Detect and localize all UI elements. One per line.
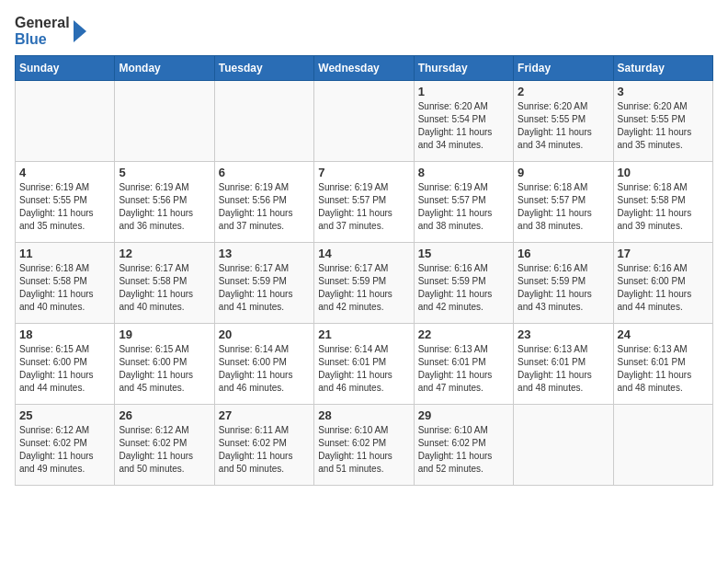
day-number: 2 — [518, 85, 609, 98]
header-sunday: Sunday — [16, 56, 115, 81]
logo-line2: Blue — [15, 31, 70, 48]
week-row-3: 11Sunrise: 6:18 AM Sunset: 5:58 PM Dayli… — [16, 243, 713, 324]
day-number: 24 — [618, 327, 709, 341]
day-info: Sunrise: 6:15 AM Sunset: 6:00 PM Dayligh… — [19, 343, 110, 395]
header-tuesday: Tuesday — [214, 56, 313, 81]
day-info: Sunrise: 6:13 AM Sunset: 6:01 PM Dayligh… — [518, 343, 609, 395]
day-number: 17 — [618, 247, 709, 260]
day-number: 16 — [518, 247, 609, 260]
logo-line1: General — [15, 15, 70, 31]
logo: GeneralBlue — [15, 15, 88, 48]
day-info: Sunrise: 6:17 AM Sunset: 5:58 PM Dayligh… — [119, 262, 210, 314]
day-info: Sunrise: 6:18 AM Sunset: 5:57 PM Dayligh… — [518, 181, 609, 233]
day-info: Sunrise: 6:16 AM Sunset: 5:59 PM Dayligh… — [418, 262, 509, 314]
header-row: SundayMondayTuesdayWednesdayThursdayFrid… — [16, 56, 713, 81]
calendar-cell: 1Sunrise: 6:20 AM Sunset: 5:54 PM Daylig… — [414, 81, 513, 162]
calendar-cell — [514, 405, 613, 486]
day-number: 20 — [219, 327, 310, 341]
calendar-cell: 14Sunrise: 6:17 AM Sunset: 5:59 PM Dayli… — [314, 243, 414, 324]
day-number: 4 — [19, 166, 110, 179]
day-number: 15 — [418, 247, 509, 260]
day-number: 9 — [518, 166, 609, 179]
header-saturday: Saturday — [613, 56, 712, 81]
day-info: Sunrise: 6:12 AM Sunset: 6:02 PM Dayligh… — [19, 424, 110, 476]
day-info: Sunrise: 6:13 AM Sunset: 6:01 PM Dayligh… — [418, 343, 509, 395]
calendar-cell: 16Sunrise: 6:16 AM Sunset: 5:59 PM Dayli… — [514, 243, 613, 324]
day-number: 13 — [219, 247, 310, 260]
day-info: Sunrise: 6:16 AM Sunset: 6:00 PM Dayligh… — [618, 262, 709, 314]
calendar-cell: 25Sunrise: 6:12 AM Sunset: 6:02 PM Dayli… — [16, 405, 115, 486]
calendar-cell: 10Sunrise: 6:18 AM Sunset: 5:58 PM Dayli… — [613, 162, 712, 243]
day-number: 14 — [318, 247, 409, 260]
day-number: 28 — [318, 408, 409, 422]
calendar-cell: 13Sunrise: 6:17 AM Sunset: 5:59 PM Dayli… — [214, 243, 313, 324]
day-info: Sunrise: 6:16 AM Sunset: 5:59 PM Dayligh… — [518, 262, 609, 314]
calendar-cell — [115, 81, 214, 162]
day-info: Sunrise: 6:14 AM Sunset: 6:01 PM Dayligh… — [318, 343, 409, 395]
calendar-cell: 12Sunrise: 6:17 AM Sunset: 5:58 PM Dayli… — [115, 243, 214, 324]
day-number: 11 — [19, 247, 110, 260]
day-number: 21 — [318, 327, 409, 341]
calendar-cell: 2Sunrise: 6:20 AM Sunset: 5:55 PM Daylig… — [514, 81, 613, 162]
calendar-cell: 24Sunrise: 6:13 AM Sunset: 6:01 PM Dayli… — [613, 324, 712, 405]
day-info: Sunrise: 6:13 AM Sunset: 6:01 PM Dayligh… — [618, 343, 709, 395]
calendar-cell: 4Sunrise: 6:19 AM Sunset: 5:55 PM Daylig… — [16, 162, 115, 243]
calendar-cell: 11Sunrise: 6:18 AM Sunset: 5:58 PM Dayli… — [16, 243, 115, 324]
header: GeneralBlue — [15, 15, 713, 48]
calendar-cell: 22Sunrise: 6:13 AM Sunset: 6:01 PM Dayli… — [414, 324, 513, 405]
calendar-cell: 15Sunrise: 6:16 AM Sunset: 5:59 PM Dayli… — [414, 243, 513, 324]
calendar-header: SundayMondayTuesdayWednesdayThursdayFrid… — [16, 56, 713, 81]
day-number: 22 — [418, 327, 509, 341]
calendar-cell: 9Sunrise: 6:18 AM Sunset: 5:57 PM Daylig… — [514, 162, 613, 243]
calendar-cell: 6Sunrise: 6:19 AM Sunset: 5:56 PM Daylig… — [214, 162, 313, 243]
logo-arrow-icon — [74, 17, 88, 46]
day-info: Sunrise: 6:10 AM Sunset: 6:02 PM Dayligh… — [418, 424, 509, 476]
calendar-cell: 20Sunrise: 6:14 AM Sunset: 6:00 PM Dayli… — [214, 324, 313, 405]
header-wednesday: Wednesday — [314, 56, 414, 81]
day-info: Sunrise: 6:17 AM Sunset: 5:59 PM Dayligh… — [219, 262, 310, 314]
day-number: 7 — [318, 166, 409, 179]
calendar-body: 1Sunrise: 6:20 AM Sunset: 5:54 PM Daylig… — [16, 81, 713, 486]
header-monday: Monday — [115, 56, 214, 81]
day-info: Sunrise: 6:20 AM Sunset: 5:54 PM Dayligh… — [418, 100, 509, 152]
week-row-5: 25Sunrise: 6:12 AM Sunset: 6:02 PM Dayli… — [16, 405, 713, 486]
day-number: 6 — [219, 166, 310, 179]
calendar-cell: 21Sunrise: 6:14 AM Sunset: 6:01 PM Dayli… — [314, 324, 414, 405]
calendar-cell: 18Sunrise: 6:15 AM Sunset: 6:00 PM Dayli… — [16, 324, 115, 405]
day-number: 23 — [518, 327, 609, 341]
day-info: Sunrise: 6:18 AM Sunset: 5:58 PM Dayligh… — [19, 262, 110, 314]
calendar-cell: 27Sunrise: 6:11 AM Sunset: 6:02 PM Dayli… — [214, 405, 313, 486]
svg-marker-0 — [74, 20, 86, 42]
day-info: Sunrise: 6:19 AM Sunset: 5:56 PM Dayligh… — [119, 181, 210, 233]
day-info: Sunrise: 6:19 AM Sunset: 5:57 PM Dayligh… — [418, 181, 509, 233]
calendar-cell — [314, 81, 414, 162]
day-info: Sunrise: 6:20 AM Sunset: 5:55 PM Dayligh… — [518, 100, 609, 152]
day-number: 8 — [418, 166, 509, 179]
calendar-cell — [613, 405, 712, 486]
day-info: Sunrise: 6:12 AM Sunset: 6:02 PM Dayligh… — [119, 424, 210, 476]
day-number: 29 — [418, 408, 509, 422]
calendar-cell: 23Sunrise: 6:13 AM Sunset: 6:01 PM Dayli… — [514, 324, 613, 405]
calendar-cell: 8Sunrise: 6:19 AM Sunset: 5:57 PM Daylig… — [414, 162, 513, 243]
day-number: 10 — [618, 166, 709, 179]
calendar-cell: 3Sunrise: 6:20 AM Sunset: 5:55 PM Daylig… — [613, 81, 712, 162]
calendar-cell: 17Sunrise: 6:16 AM Sunset: 6:00 PM Dayli… — [613, 243, 712, 324]
day-info: Sunrise: 6:20 AM Sunset: 5:55 PM Dayligh… — [618, 100, 709, 152]
day-info: Sunrise: 6:11 AM Sunset: 6:02 PM Dayligh… — [219, 424, 310, 476]
day-info: Sunrise: 6:18 AM Sunset: 5:58 PM Dayligh… — [618, 181, 709, 233]
calendar-cell: 19Sunrise: 6:15 AM Sunset: 6:00 PM Dayli… — [115, 324, 214, 405]
day-number: 3 — [618, 85, 709, 98]
day-info: Sunrise: 6:10 AM Sunset: 6:02 PM Dayligh… — [318, 424, 409, 476]
week-row-4: 18Sunrise: 6:15 AM Sunset: 6:00 PM Dayli… — [16, 324, 713, 405]
header-thursday: Thursday — [414, 56, 513, 81]
calendar-cell: 28Sunrise: 6:10 AM Sunset: 6:02 PM Dayli… — [314, 405, 414, 486]
day-number: 1 — [418, 85, 509, 98]
day-info: Sunrise: 6:19 AM Sunset: 5:55 PM Dayligh… — [19, 181, 110, 233]
day-number: 27 — [219, 408, 310, 422]
day-info: Sunrise: 6:15 AM Sunset: 6:00 PM Dayligh… — [119, 343, 210, 395]
day-info: Sunrise: 6:19 AM Sunset: 5:57 PM Dayligh… — [318, 181, 409, 233]
day-info: Sunrise: 6:14 AM Sunset: 6:00 PM Dayligh… — [219, 343, 310, 395]
day-number: 18 — [19, 327, 110, 341]
day-number: 26 — [119, 408, 210, 422]
calendar-table: SundayMondayTuesdayWednesdayThursdayFrid… — [15, 55, 713, 486]
